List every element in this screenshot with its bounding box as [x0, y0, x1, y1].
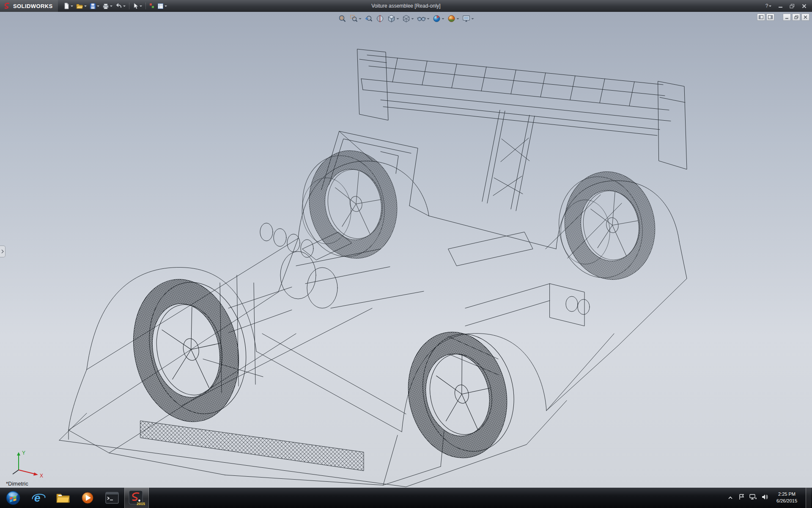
app-name: SOLIDWORKS: [13, 3, 53, 9]
wheel-front-left: [121, 268, 259, 432]
close-document-icon: [804, 15, 807, 19]
triad-x-label: X: [40, 473, 43, 479]
zoom-to-fit-button[interactable]: [337, 14, 348, 23]
toolbar-separator: [129, 3, 129, 9]
command-prompt-icon: [105, 492, 119, 504]
dropdown-caret: [140, 6, 142, 7]
view-orientation-label: *Dimetric: [6, 480, 28, 487]
tray-volume[interactable]: [761, 494, 768, 502]
taskbar-clock[interactable]: 2:25 PM 6/26/2015: [772, 491, 801, 505]
feature-pane-right-icon: [768, 15, 773, 19]
dropdown-caret: [71, 6, 73, 7]
document-window-controls: [757, 14, 809, 21]
print-icon: [102, 3, 109, 9]
tray-network[interactable]: [749, 494, 757, 502]
new-document-button[interactable]: [62, 1, 74, 11]
chevron-up-icon: [728, 496, 732, 500]
minimize-icon: [778, 4, 783, 8]
clock-date: 6/26/2015: [776, 498, 797, 505]
show-desktop-button[interactable]: [806, 488, 811, 508]
action-center-icon: [738, 494, 745, 500]
graphics-viewport[interactable]: Y X *Dimetric: [0, 12, 812, 488]
previous-view-icon: [365, 14, 373, 23]
taskbar-command-prompt[interactable]: [100, 488, 124, 508]
help-button[interactable]: ?: [764, 2, 773, 10]
dropdown-caret: [397, 18, 399, 19]
save-icon: [90, 3, 96, 9]
feature-pane-left-button[interactable]: [757, 14, 765, 21]
select-arrow-icon: [133, 3, 139, 9]
hide-show-items-icon: [417, 14, 426, 23]
minimize-document-button[interactable]: [783, 14, 791, 21]
titlebar: SOLIDWORKS: [0, 0, 812, 12]
clock-time: 2:25 PM: [776, 491, 797, 498]
zoom-to-area-button[interactable]: [349, 14, 362, 23]
taskbar-media-player[interactable]: [75, 488, 100, 508]
taskbar-windows-explorer[interactable]: [51, 488, 75, 508]
new-document-icon: [63, 3, 70, 9]
taskbar-internet-explorer[interactable]: e: [26, 488, 51, 508]
dropdown-caret: [97, 6, 99, 7]
edit-appearance-icon: [433, 14, 441, 23]
taskbar: e: [0, 488, 812, 508]
restore-button[interactable]: [787, 2, 797, 10]
volume-icon: [761, 494, 768, 500]
doc-controls-gap: [776, 14, 782, 21]
display-style-button[interactable]: [401, 14, 415, 23]
wheel-rear-left: [397, 321, 525, 467]
previous-view-button[interactable]: [364, 14, 374, 23]
media-player-icon: [81, 491, 94, 505]
feature-pane-right-button[interactable]: [766, 14, 774, 21]
sheet-format-button[interactable]: [156, 1, 168, 11]
view-settings-button[interactable]: [461, 14, 475, 23]
system-tray: 2:25 PM 6/26/2015: [727, 488, 812, 508]
tray-action-center[interactable]: [738, 494, 745, 502]
macro-button[interactable]: [148, 1, 156, 11]
restore-document-icon: [794, 15, 798, 19]
dropdown-caret: [442, 18, 444, 19]
dropdown-caret: [359, 18, 362, 19]
dropdown-caret: [84, 6, 87, 7]
heads-up-toolbar: [337, 14, 475, 23]
start-button[interactable]: [0, 488, 26, 508]
dropdown-caret: [411, 18, 414, 19]
dropdown-caret: [165, 6, 167, 7]
internet-explorer-icon: e: [31, 491, 46, 505]
apply-scene-icon: [447, 14, 456, 23]
feature-pane-toggle[interactable]: [0, 246, 5, 257]
hide-show-items-button[interactable]: [416, 14, 431, 23]
display-style-icon: [402, 14, 411, 23]
taskbar-solidworks[interactable]: 2015: [124, 488, 149, 508]
apply-scene-button[interactable]: [447, 14, 460, 23]
dropdown-caret: [457, 18, 459, 19]
close-button[interactable]: [799, 2, 809, 10]
select-button[interactable]: [132, 1, 143, 11]
edit-appearance-button[interactable]: [432, 14, 445, 23]
reference-triad: Y X: [6, 450, 45, 479]
dropdown-caret: [427, 18, 430, 19]
chevron-right-icon: [1, 249, 4, 254]
section-view-button[interactable]: [375, 14, 385, 23]
wheel-rear-right: [551, 165, 664, 288]
undo-button[interactable]: [114, 1, 127, 11]
view-orientation-button[interactable]: [387, 14, 400, 23]
windows-start-icon: [5, 490, 21, 506]
minimize-document-icon: [785, 16, 789, 19]
view-orientation-icon: [387, 14, 396, 23]
document-title: Voiture assemblee [Read-only]: [371, 0, 440, 12]
solidworks-logo-icon: [3, 2, 11, 10]
view-settings-icon: [462, 14, 471, 23]
save-button[interactable]: [88, 1, 101, 11]
zoom-to-fit-icon: [338, 14, 347, 23]
restore-document-button[interactable]: [792, 14, 800, 21]
close-icon: [802, 4, 807, 8]
minimize-button[interactable]: [776, 2, 785, 10]
open-button[interactable]: [75, 1, 88, 11]
close-document-button[interactable]: [801, 14, 809, 21]
macro-icon: [149, 3, 154, 9]
solidworks-logo: SOLIDWORKS: [0, 0, 58, 12]
print-button[interactable]: [101, 1, 114, 11]
window-controls: ?: [764, 2, 812, 10]
show-hidden-icons-button[interactable]: [727, 496, 734, 500]
dropdown-caret: [472, 18, 474, 19]
